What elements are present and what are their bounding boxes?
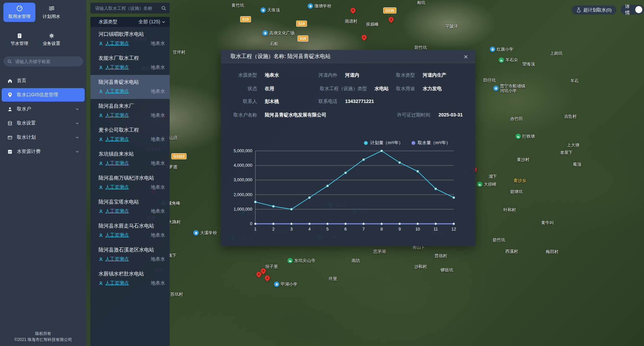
water-source-type: 地表水 bbox=[151, 88, 165, 95]
map-label: 望海顶 bbox=[522, 62, 535, 66]
svg-text:0: 0 bbox=[250, 221, 252, 226]
gear-icon bbox=[49, 33, 55, 39]
map-label: 黄沙村 bbox=[517, 157, 530, 162]
map-label-text: 普宁市船埔镇 河坑小学 bbox=[500, 84, 525, 94]
station-list-item[interactable]: 陆河县水唇走马石水电站 人工监测点 地表水 bbox=[90, 219, 170, 243]
map-label-text: 甲湖小学 bbox=[281, 282, 298, 287]
school-poi-icon[interactable] bbox=[274, 282, 279, 287]
station-name: 陆河县自来水厂 bbox=[99, 103, 165, 109]
station-list-item[interactable]: 陆河县宝塔水电站 人工监测点 地表水 bbox=[90, 195, 170, 219]
chevron-down-icon bbox=[75, 121, 79, 125]
waves-icon bbox=[48, 5, 55, 12]
sidebar-item-1[interactable]: 取水口GIS信息管理 bbox=[2, 88, 85, 102]
monitor-type: 人工监测点 bbox=[105, 208, 129, 214]
person-icon bbox=[99, 185, 103, 190]
person-icon bbox=[99, 137, 103, 142]
map-label: 相坑 bbox=[417, 0, 425, 5]
map-label-text: 老屋下 bbox=[560, 150, 573, 155]
map-label-text: 田仔坑 bbox=[483, 78, 496, 83]
station-list-item[interactable]: 水唇镇水栏肚水电站 人工监测点 地表水 bbox=[90, 267, 170, 291]
sidebar-item-label: 取水计划 bbox=[17, 134, 36, 140]
module-tile-1[interactable]: 计划用水 bbox=[35, 3, 67, 22]
map-label: 溜下 bbox=[488, 174, 497, 179]
monitor-type: 人工监测点 bbox=[105, 112, 129, 118]
map-label-text: 黄沙村 bbox=[517, 157, 530, 162]
nature-poi-icon[interactable] bbox=[499, 57, 504, 63]
field-label: 取水用途 bbox=[347, 86, 415, 92]
map-label-text: 思茅湖 bbox=[373, 249, 386, 254]
nature-poi-icon[interactable] bbox=[477, 182, 482, 187]
close-icon[interactable]: × bbox=[464, 53, 468, 60]
nature-poi-icon[interactable] bbox=[515, 134, 521, 139]
monitor-type: 人工监测点 bbox=[105, 160, 129, 166]
sidebar-search-input[interactable] bbox=[15, 59, 79, 64]
sidebar-item-0[interactable]: 首页 bbox=[2, 74, 85, 87]
station-list-item[interactable]: 陆河县激石溪老区水电站 人工监测点 地表水 bbox=[90, 243, 170, 267]
search-icon[interactable] bbox=[161, 6, 166, 11]
svg-text:5: 5 bbox=[326, 227, 329, 232]
map-label-text: 黄牛叫 bbox=[541, 220, 554, 225]
school-poi-icon[interactable] bbox=[260, 7, 266, 13]
sidebar-item-4[interactable]: 取水计划 bbox=[2, 131, 85, 144]
nature-poi-icon[interactable] bbox=[287, 258, 293, 263]
sidebar-item-label: 水资源计费 bbox=[17, 149, 40, 155]
map-label-text: 南坊 bbox=[352, 258, 360, 263]
station-name: 河口镇唱歌潭水电站 bbox=[99, 31, 165, 37]
water-source-type: 地表水 bbox=[151, 208, 165, 214]
station-list-panel: 水源类型 全部 (125) 河口镇唱歌潭水电站 人工监测点 地表水 友能水厂取水… bbox=[90, 17, 170, 346]
detail-toggle[interactable]: 详情 bbox=[621, 5, 644, 15]
svg-text:10: 10 bbox=[415, 227, 420, 232]
module-tile-3[interactable]: 业务设置 bbox=[35, 30, 67, 49]
sidebar-menu: 首页取水口GIS信息管理取水户取水设置取水计划水资源计费 bbox=[0, 73, 86, 159]
monitor-type: 人工监测点 bbox=[105, 64, 129, 71]
map-label: 芋陂洋 bbox=[445, 24, 458, 29]
field-label: 取水类型 bbox=[347, 72, 415, 78]
svg-text:4: 4 bbox=[308, 227, 311, 232]
station-list-item[interactable]: 陆河县青碇水电站 人工监测点 地表水 bbox=[90, 75, 170, 99]
station-list-item[interactable]: 陆河县南万镇杞洋水电站 人工监测点 地表水 bbox=[90, 171, 170, 195]
chevron-down-icon bbox=[75, 107, 79, 111]
sidebar-item-5[interactable]: 水资源计费 bbox=[2, 145, 85, 158]
sidebar-item-3[interactable]: 取水设置 bbox=[2, 116, 85, 130]
map-label-text: G235 bbox=[383, 7, 396, 14]
map-label: 石船 bbox=[270, 42, 278, 46]
field-value: 在用 bbox=[265, 86, 274, 92]
sidebar-item-label: 取水户 bbox=[17, 106, 31, 112]
monitor-type: 人工监测点 bbox=[105, 256, 129, 262]
map-label-text: 梅田村 bbox=[546, 249, 559, 254]
station-list-item[interactable]: 麦卡公司取水工程 人工监测点 地表水 bbox=[90, 123, 170, 147]
map-label-text: 叶和村 bbox=[503, 208, 516, 212]
map-label: 坪里 bbox=[329, 276, 337, 281]
station-name: 陆河县宝塔水电站 bbox=[99, 199, 165, 205]
station-list-item[interactable]: 东坑镇自来水站 人工监测点 地表水 bbox=[90, 147, 170, 171]
station-list-item[interactable]: 陆河县自来水厂 人工监测点 地表水 bbox=[90, 99, 170, 123]
map-label: 大排嶂 bbox=[477, 182, 497, 187]
map-label: 黄竹坑 bbox=[231, 3, 244, 8]
school-poi-icon[interactable] bbox=[493, 86, 499, 91]
road-badge: G1523 bbox=[171, 153, 187, 159]
map-label: 苏坑村 bbox=[170, 292, 183, 297]
map-label: 羊石尖 bbox=[499, 57, 518, 63]
map-label: 大溪学校 bbox=[193, 230, 217, 236]
map-label: 挨娘峰 bbox=[366, 22, 379, 27]
map-label: 东坑尖山寺 bbox=[287, 258, 315, 263]
school-poi-icon[interactable] bbox=[308, 3, 313, 9]
school-poi-icon[interactable] bbox=[262, 30, 268, 36]
sidebar-item-2[interactable]: 取水户 bbox=[2, 102, 85, 116]
module-tile-2[interactable]: 节水管理 bbox=[3, 30, 35, 49]
sidebar: 取用水管理计划用水节水管理业务设置 首页取水口GIS信息管理取水户取水设置取水计… bbox=[0, 0, 86, 346]
station-list-item[interactable]: 河口镇唱歌潭水电站 人工监测点 地表水 bbox=[90, 27, 170, 51]
station-list-item[interactable]: 友能水厂取水工程 人工监测点 地表水 bbox=[90, 51, 170, 75]
water-source-type: 地表水 bbox=[151, 280, 165, 286]
field-label: 河道内外 bbox=[270, 72, 337, 78]
map-label-text: 苏坑村 bbox=[170, 292, 183, 297]
field-value: 河道内生产 bbox=[423, 72, 446, 78]
school-poi-icon[interactable] bbox=[490, 47, 495, 52]
school-poi-icon[interactable] bbox=[193, 230, 199, 236]
over-plan-button[interactable]: 超计划取水(0) bbox=[572, 5, 616, 15]
station-search-input[interactable] bbox=[94, 5, 161, 11]
source-type-dropdown[interactable]: 全部 (125) bbox=[138, 19, 166, 25]
module-tile-0[interactable]: 取用水管理 bbox=[3, 3, 35, 22]
map-label-text: 前竹坑 bbox=[414, 45, 427, 50]
map-label: 普宁市船埔镇 河坑小学 bbox=[493, 84, 525, 94]
